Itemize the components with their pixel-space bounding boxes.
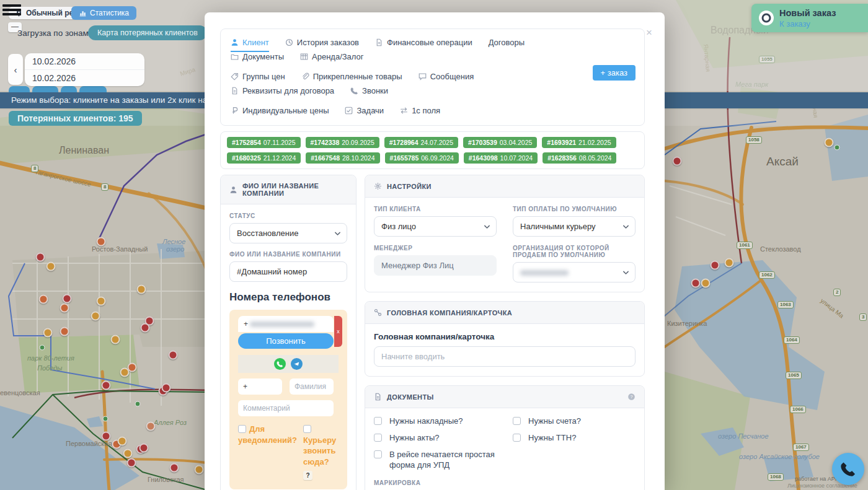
date-range-panel: 10.02.2026 10.02.2026 xyxy=(25,53,144,86)
status-select[interactable]: Восстановление xyxy=(229,223,347,243)
order-badge[interactable]: #166754828.10.2024 xyxy=(306,152,379,164)
menu-icon[interactable] xyxy=(2,4,21,17)
link-icon xyxy=(374,308,382,317)
tab[interactable]: Сообщения xyxy=(418,72,474,84)
checkbox[interactable] xyxy=(513,417,521,425)
phones-title: Номера телефонов xyxy=(229,291,347,304)
exchange-icon xyxy=(400,107,408,115)
tab[interactable]: Прикрепленные товары xyxy=(301,72,402,84)
call-button[interactable]: Позвонить xyxy=(238,333,334,349)
checkbox-label: Нужны счета? xyxy=(528,416,581,427)
manager-label: МЕНЕДЖЕР xyxy=(374,245,497,252)
tab[interactable]: Аренда/Залог xyxy=(300,52,364,64)
payment-type-select[interactable]: Наличными курьеру xyxy=(513,216,636,237)
document-checkbox[interactable]: Нужны накладные? xyxy=(374,416,497,427)
checkbox-label: Нужны ТТН? xyxy=(528,433,576,444)
checkbox[interactable] xyxy=(513,434,521,442)
courier-call-checkbox[interactable]: Курьеру звонить сюда? ? xyxy=(303,424,336,481)
checkbox[interactable] xyxy=(374,434,382,442)
tab-label: Финансовые операции xyxy=(387,38,472,47)
name-label: ФИО ИЛИ НАЗВАНИЕ КОМПАНИИ xyxy=(229,251,347,258)
close-icon[interactable]: × xyxy=(646,27,652,38)
tab[interactable]: Звонки xyxy=(350,86,388,98)
lost-clients-count-badge: Потерянных клиентов: 195 xyxy=(9,111,142,126)
order-badge[interactable]: #170353903.04.2025 xyxy=(463,137,537,148)
check-square-icon xyxy=(345,107,353,115)
checkbox-label: Нужны накладные? xyxy=(389,416,463,427)
statistics-label: Статистика xyxy=(90,9,129,17)
zones-load-label[interactable]: Загрузка по зонам xyxy=(17,28,89,38)
tab-label: Задачи xyxy=(356,106,384,115)
tab[interactable]: История заказов xyxy=(285,38,359,50)
telegram-icon[interactable] xyxy=(291,358,303,370)
tab-label: Прикрепленные товары xyxy=(313,72,402,81)
marking-label: МАРКИРОВКА xyxy=(374,479,636,486)
date-to-input[interactable]: 10.02.2026 xyxy=(25,69,144,86)
tab[interactable]: Клиент xyxy=(231,38,269,50)
order-badge[interactable]: #172896424.07.2025 xyxy=(384,137,458,148)
chevron-down-icon xyxy=(483,222,491,230)
client-modal: × КлиентИстория заказовФинансовые операц… xyxy=(205,12,665,490)
tab[interactable]: Группы цен xyxy=(231,72,285,84)
phone-fab-button[interactable] xyxy=(832,453,864,485)
notifications-checkbox[interactable]: Для уведомлений? xyxy=(238,424,297,481)
statistics-button[interactable]: Статистика xyxy=(71,6,136,20)
recent-orders: #175285407.11.2025#174233820.09.2025#172… xyxy=(220,131,645,169)
client-type-label: ТИП КЛИЕНТА xyxy=(374,206,497,212)
date-prev-button[interactable]: ‹ xyxy=(8,54,23,85)
tab[interactable]: Реквизиты для договора xyxy=(231,86,334,98)
order-badge[interactable]: #164309810.07.2024 xyxy=(464,152,538,164)
tab[interactable]: Задачи xyxy=(345,106,384,118)
tab-label: Сообщения xyxy=(430,72,474,81)
person-icon xyxy=(231,38,239,46)
tab[interactable]: Документы xyxy=(231,52,284,64)
document-checkbox[interactable]: Нужны акты? xyxy=(374,433,497,444)
extra-phone-input[interactable]: + xyxy=(238,378,282,395)
tab[interactable]: 1с поля xyxy=(400,106,440,118)
help-icon[interactable]: ? xyxy=(627,393,636,401)
tab[interactable]: Индивидуальные цены xyxy=(231,106,329,118)
lost-clients-map-button[interactable]: Карта потерянных клиентов xyxy=(88,25,207,40)
checkbox[interactable] xyxy=(238,425,246,433)
date-from-input[interactable]: 10.02.2026 xyxy=(25,53,144,69)
client-type-select[interactable]: Физ лицо xyxy=(374,216,497,237)
document-checkbox[interactable]: В рейсе печатается простая форма для УПД xyxy=(374,450,497,471)
chevron-down-icon xyxy=(622,268,630,276)
checkbox[interactable] xyxy=(374,417,382,425)
order-badge[interactable]: #169392121.02.2025 xyxy=(542,137,616,148)
head-company-label: Головная компания/карточка xyxy=(374,332,636,341)
delete-phone-button[interactable]: x xyxy=(334,316,342,347)
document-checkbox[interactable]: Нужны ТТН? xyxy=(513,433,636,444)
phone-number-input[interactable]: + xyxy=(238,316,334,332)
screen: ЛенинаванВодопадныйАксайРостов-ЗападныйЛ… xyxy=(0,0,868,490)
tab[interactable]: Финансовые операции xyxy=(375,38,472,50)
documents-card: ДОКУМЕНТЫ ? Нужны накладные?Нужны акты?В… xyxy=(365,385,645,490)
add-order-button[interactable]: + заказ xyxy=(593,65,636,81)
tab[interactable]: Договоры xyxy=(489,38,525,50)
person-icon xyxy=(229,186,237,194)
head-company-input[interactable]: Начните вводить xyxy=(374,346,636,367)
order-badge[interactable]: #174233820.09.2025 xyxy=(306,137,379,148)
gear-icon xyxy=(374,182,382,190)
order-badge[interactable]: #168032521.12.2024 xyxy=(227,152,301,164)
organization-select[interactable] xyxy=(513,262,636,282)
checkbox[interactable] xyxy=(374,450,382,458)
payment-type-label: ТИП ОПЛАТЫ ПО УМОЛЧАНИЮ xyxy=(513,206,636,212)
document-icon xyxy=(374,393,382,401)
checkbox-label: В рейсе печатается простая форма для УПД xyxy=(389,450,497,471)
document-checkbox[interactable]: Нужны счета? xyxy=(513,416,636,427)
surname-input[interactable]: Фамилия xyxy=(290,378,334,395)
tab-label: Реквизиты для договора xyxy=(242,86,334,95)
whatsapp-icon[interactable] xyxy=(274,358,286,370)
order-badge[interactable]: #162835608.05.2024 xyxy=(542,152,616,164)
help-question-chip[interactable]: ? xyxy=(303,471,312,480)
notification-action-link[interactable]: К заказу xyxy=(779,19,836,28)
order-badge[interactable]: #175285407.11.2025 xyxy=(227,137,301,148)
new-order-notification[interactable]: Новый заказ К заказу xyxy=(751,4,868,32)
comment-input[interactable]: Комментарий xyxy=(238,400,334,416)
order-badge[interactable]: #165578506.09.2024 xyxy=(385,152,459,164)
status-label: СТАТУС xyxy=(229,212,347,219)
name-input[interactable]: #Домашний номер xyxy=(229,261,347,282)
checkbox[interactable] xyxy=(303,425,311,433)
phone-icon xyxy=(350,87,358,95)
